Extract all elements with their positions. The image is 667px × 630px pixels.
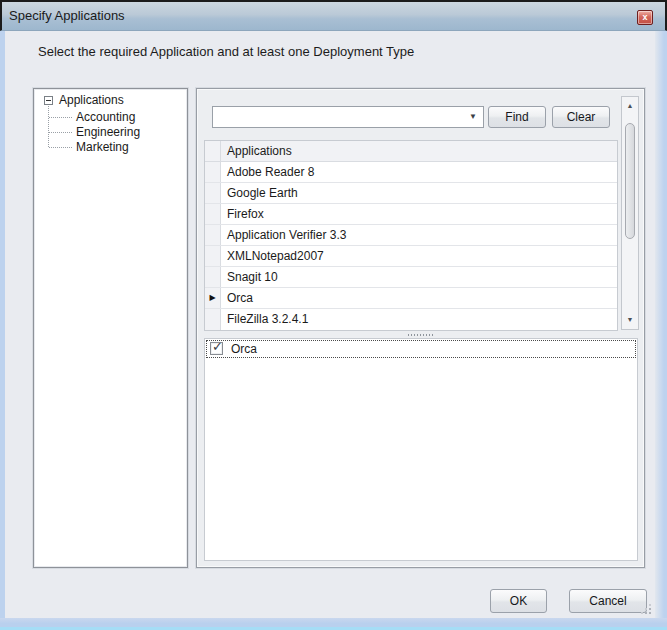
row-selector-cell (205, 267, 221, 287)
grid-row-current[interactable]: ▶ Orca (205, 288, 617, 309)
search-input[interactable] (216, 109, 460, 125)
grid-row[interactable]: Application Verifier 3.3 (205, 225, 617, 246)
row-selector-cell: ▶ (205, 288, 221, 308)
grid-cell: XMLNotepad2007 (222, 246, 617, 266)
window-bottom-border (0, 618, 667, 630)
ok-button[interactable]: OK (490, 589, 547, 613)
specify-applications-dialog: Specify Applications x Select the requir… (0, 0, 667, 630)
selected-list-item[interactable]: ✓ Orca (206, 340, 636, 358)
row-selector-cell (205, 309, 221, 330)
row-selector-cell (205, 246, 221, 266)
title-bar: Specify Applications x (0, 0, 667, 31)
row-selector-cell (205, 162, 221, 182)
grid-vertical-scrollbar[interactable]: ▲ ▼ (621, 96, 639, 330)
tree-item-accounting[interactable]: Accounting (76, 110, 135, 124)
applications-grid: Applications Adobe Reader 8 Google Earth… (204, 140, 618, 331)
grid-cell: Adobe Reader 8 (222, 162, 617, 182)
grid-cell: Google Earth (222, 183, 617, 203)
grid-row[interactable]: Google Earth (205, 183, 617, 204)
tree-root-item[interactable]: Applications (59, 93, 124, 107)
tree-connector-line (49, 117, 73, 118)
row-selector-header-cell (205, 141, 221, 161)
cancel-button[interactable]: Cancel (569, 589, 647, 613)
clear-button[interactable]: Clear (552, 106, 610, 128)
grid-row[interactable]: FileZilla 3.2.4.1 (205, 309, 617, 330)
selected-item-label: Orca (231, 342, 257, 357)
scroll-down-button[interactable]: ▼ (622, 313, 638, 327)
chevron-down-icon: ▼ (469, 112, 477, 121)
tree-item-marketing[interactable]: Marketing (76, 140, 129, 154)
resize-grip[interactable] (640, 603, 653, 616)
search-combobox: ▼ (212, 106, 484, 128)
check-icon: ✓ (212, 339, 223, 354)
applications-tree-panel: Applications Accounting Engineering Mark… (33, 88, 188, 568)
grid-cell: FileZilla 3.2.4.1 (222, 309, 617, 330)
selected-applications-list: ✓ Orca (204, 338, 638, 561)
window-title: Specify Applications (9, 8, 125, 23)
instruction-text: Select the required Application and at l… (38, 44, 414, 59)
grid-row[interactable]: Firefox (205, 204, 617, 225)
grid-cell: Application Verifier 3.3 (222, 225, 617, 245)
tree-connector-line (49, 132, 73, 133)
scrollbar-thumb[interactable] (625, 123, 635, 239)
grid-row[interactable]: Snagit 10 (205, 267, 617, 288)
tree-collapse-toggle[interactable] (44, 96, 53, 105)
window-right-border (655, 31, 667, 630)
tree-connector-line (48, 106, 49, 147)
triangle-up-icon: ▲ (627, 102, 634, 109)
scroll-up-button[interactable]: ▲ (622, 99, 638, 113)
tree-item-engineering[interactable]: Engineering (76, 125, 140, 139)
current-row-marker-icon: ▶ (205, 288, 220, 308)
resize-grip-dots-icon (649, 612, 651, 614)
row-selector-cell (205, 225, 221, 245)
grid-header-row: Applications (205, 141, 617, 162)
grid-row[interactable]: Adobe Reader 8 (205, 162, 617, 183)
item-checkbox[interactable]: ✓ (210, 342, 223, 355)
grid-cell: Snagit 10 (222, 267, 617, 287)
applications-panel: ▼ Find Clear Applications Adobe Reader 8… (196, 88, 645, 568)
dialog-content: Select the required Application and at l… (5, 31, 655, 618)
minus-icon (46, 100, 51, 101)
splitter-grip-icon (408, 334, 434, 336)
tree-connector-line (49, 147, 73, 148)
find-button[interactable]: Find (488, 106, 546, 128)
grid-column-header: Applications (222, 141, 617, 161)
grid-row[interactable]: XMLNotepad2007 (205, 246, 617, 267)
row-selector-cell (205, 204, 221, 224)
close-button[interactable]: x (637, 10, 653, 25)
close-icon: x (642, 12, 647, 22)
grid-cell: Orca (222, 288, 617, 308)
triangle-down-icon: ▼ (627, 316, 634, 323)
row-selector-cell (205, 183, 221, 203)
combo-dropdown-button[interactable]: ▼ (463, 107, 483, 127)
grid-cell: Firefox (222, 204, 617, 224)
